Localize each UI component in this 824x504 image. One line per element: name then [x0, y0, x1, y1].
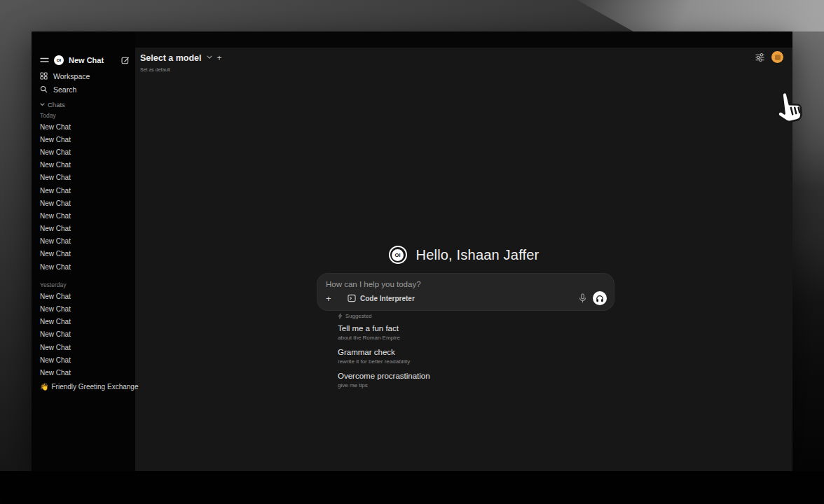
suggested-label: Suggested — [345, 313, 372, 319]
microphone-icon[interactable] — [579, 293, 586, 303]
app-logo-icon: OI — [389, 246, 407, 264]
app-logo-icon: OI — [54, 55, 64, 65]
app-window: OI New Chat Workspace Search — [32, 31, 792, 471]
chat-item[interactable]: New Chat — [40, 290, 130, 302]
desktop: OI New Chat Workspace Search — [0, 0, 824, 504]
voice-call-button[interactable] — [593, 291, 607, 305]
suggested-prompt-title: Overcome procrastination — [338, 372, 430, 381]
chat-item[interactable]: New Chat — [40, 146, 130, 158]
code-interpreter-label: Code Interpreter — [360, 295, 415, 302]
code-interpreter-toggle[interactable]: Code Interpreter — [348, 294, 415, 302]
grid-icon — [40, 72, 48, 80]
bolt-icon — [338, 313, 343, 319]
suggested-header: Suggested — [338, 312, 430, 319]
message-input[interactable]: How can I help you today? — [326, 280, 605, 288]
suggested-prompts: Suggested Tell me a fun factabout the Ro… — [338, 312, 430, 396]
chat-item[interactable]: New Chat — [40, 133, 130, 146]
chat-item[interactable]: New Chat — [40, 302, 130, 315]
wallpaper-right-edge — [792, 31, 824, 471]
model-selector[interactable]: Select a model — [140, 53, 202, 63]
chat-item[interactable]: New Chat — [40, 172, 130, 184]
chat-item[interactable]: New Chat — [40, 120, 130, 133]
greeting-hero: OI Hello, Ishaan Jaffer — [135, 246, 792, 264]
chat-item[interactable]: New Chat — [40, 248, 130, 260]
suggested-prompt-title: Grammar check — [338, 348, 430, 357]
message-composer[interactable]: How can I help you today? + Code Interpr… — [317, 273, 614, 311]
workspace-label: Workspace — [53, 72, 90, 80]
chat-item[interactable]: New Chat — [40, 260, 130, 273]
sidebar-toggle-icon[interactable] — [40, 57, 49, 64]
model-selector-bar: Select a model + — [140, 53, 222, 63]
chat-item[interactable]: New Chat — [40, 209, 130, 222]
chat-item-friendly-greeting[interactable]: 👋 Friendly Greeting Exchange — [40, 381, 130, 393]
chat-item[interactable]: New Chat — [40, 223, 130, 235]
add-model-button[interactable]: + — [217, 53, 222, 63]
chat-item[interactable]: New Chat — [40, 184, 130, 197]
chat-section-list: TodayNew ChatNew ChatNew ChatNew ChatNew… — [40, 111, 130, 379]
sidebar-item-search[interactable]: Search — [40, 83, 130, 95]
chat-section-label: Yesterday — [40, 280, 130, 290]
suggested-prompt[interactable]: Overcome procrastinationgive me tips — [338, 372, 430, 388]
suggested-prompt-subtitle: rewrite it for better readability — [338, 358, 430, 365]
chat-item[interactable]: New Chat — [40, 354, 130, 366]
greeting-text: Hello, Ishaan Jaffer — [416, 247, 540, 263]
sidebar-header: OI New Chat — [40, 55, 130, 66]
chat-item[interactable]: New Chat — [40, 328, 130, 341]
chat-item-label: Friendly Greeting Exchange — [51, 383, 138, 391]
header-actions — [755, 51, 783, 63]
chat-item[interactable]: New Chat — [40, 197, 130, 209]
attach-button[interactable]: + — [326, 293, 337, 304]
chat-item[interactable]: New Chat — [40, 366, 130, 379]
chats-header-label: Chats — [48, 101, 65, 108]
window-top-strip — [32, 31, 792, 48]
wallpaper-bottom-edge — [0, 471, 824, 504]
search-label: Search — [53, 85, 76, 94]
composer-toolbar: + Code Interpreter — [326, 291, 607, 305]
chat-section-label: Today — [40, 111, 130, 120]
headphones-icon — [596, 295, 604, 302]
main-area: Select a model + Set as default — [135, 48, 792, 471]
terminal-icon — [348, 294, 356, 302]
wave-emoji-icon: 👋 — [40, 383, 48, 391]
controls-sliders-icon[interactable] — [755, 52, 765, 62]
suggested-prompt[interactable]: Tell me a fun factabout the Roman Empire — [338, 324, 430, 341]
chats-section-toggle[interactable]: Chats — [40, 100, 130, 109]
search-icon — [40, 85, 48, 93]
chat-item[interactable]: New Chat — [40, 235, 130, 248]
suggested-prompt-subtitle: give me tips — [338, 382, 430, 388]
sidebar-item-workspace[interactable]: Workspace — [40, 70, 130, 82]
sidebar: OI New Chat Workspace Search — [32, 31, 135, 471]
set-as-default-link[interactable]: Set as default — [140, 67, 170, 72]
user-avatar[interactable] — [771, 51, 783, 63]
chat-item[interactable]: New Chat — [40, 341, 130, 354]
suggested-prompt-title: Tell me a fun fact — [338, 324, 430, 333]
compose-icon[interactable] — [121, 56, 130, 64]
chat-item[interactable]: New Chat — [40, 159, 130, 172]
chevron-down-icon — [40, 103, 45, 106]
chat-item[interactable]: New Chat — [40, 316, 130, 328]
suggested-prompt[interactable]: Grammar checkrewrite it for better reada… — [338, 348, 430, 365]
new-chat-title[interactable]: New Chat — [69, 56, 116, 64]
suggested-list: Tell me a fun factabout the Roman Empire… — [338, 324, 430, 388]
chevron-down-icon[interactable] — [207, 55, 212, 59]
suggested-prompt-subtitle: about the Roman Empire — [338, 335, 430, 341]
